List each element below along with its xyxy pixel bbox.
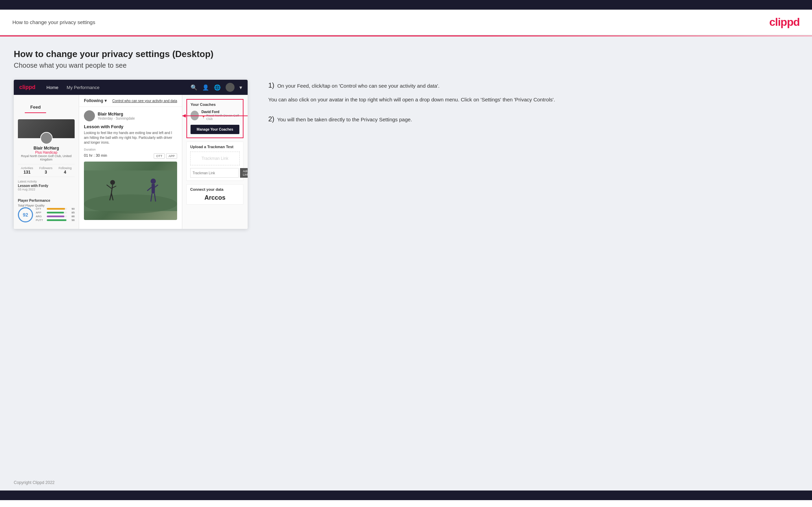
search-icon[interactable]: 🔍 xyxy=(191,84,197,91)
bar-putt: PUTT 96 xyxy=(36,219,75,222)
instruction-1-number: 1) xyxy=(268,81,274,89)
upload-section: Upload a Trackman Test Trackman Link Add… xyxy=(186,142,243,181)
main-content: How to change your privacy settings (Des… xyxy=(0,36,812,475)
coach-avatar xyxy=(191,111,199,120)
latest-activity-label: Latest Activity xyxy=(18,180,75,183)
coach-item: David Ford 📍 Royal North Devon Golf Club xyxy=(187,108,243,123)
profile-card: Blair McHarg Plus Handicap Royal North D… xyxy=(14,115,79,196)
activity-user-name: Blair McHarg xyxy=(98,112,135,117)
instruction-block-1: 1) On your Feed, click/tap on 'Control w… xyxy=(268,80,791,104)
followers-label: Followers xyxy=(39,166,53,170)
trackman-placeholder: Trackman Link xyxy=(195,156,235,161)
app-right-panel: Your Coaches David Ford 📍 Royal North De… xyxy=(182,95,248,229)
connect-section: Connect your data Arccos xyxy=(186,184,243,205)
feed-tab[interactable]: Feed xyxy=(25,102,46,113)
total-quality-label: Total Player Quality xyxy=(18,204,75,207)
bottom-bar xyxy=(0,491,812,500)
following-button[interactable]: Following ▾ xyxy=(84,98,107,103)
tag-app: APP xyxy=(166,153,177,159)
activity-user-meta: Yesterday · Sunningdale xyxy=(98,117,135,120)
instruction-2-text: 2) You will then be taken directly to th… xyxy=(268,113,791,124)
user-icon[interactable]: 👤 xyxy=(202,84,209,91)
tag-ott: OTT xyxy=(154,153,165,159)
control-privacy-link[interactable]: Control who can see your activity and da… xyxy=(112,99,177,103)
coach-name: David Ford xyxy=(202,110,239,114)
manage-coaches-button[interactable]: Manage Your Coaches xyxy=(191,125,239,134)
duration-value: 01 hr : 30 min xyxy=(84,153,107,157)
profile-avatar-wrap xyxy=(40,132,53,144)
chevron-down-icon: ▾ xyxy=(105,98,107,103)
app-screenshot: clippd Home My Performance 🔍 👤 🌐 ▾ Feed xyxy=(14,80,248,229)
svg-point-1 xyxy=(84,194,177,213)
profile-handicap: Plus Handicap xyxy=(18,151,75,154)
nav-item-performance[interactable]: My Performance xyxy=(67,85,99,90)
upload-title: Upload a Trackman Test xyxy=(190,145,240,149)
activity-user-avatar xyxy=(84,110,95,121)
feed-header: Following ▾ Control who can see your act… xyxy=(79,95,182,107)
app-nav-icons: 🔍 👤 🌐 ▾ xyxy=(191,83,242,92)
score-circle: 92 xyxy=(18,207,33,222)
globe-icon[interactable]: 🌐 xyxy=(214,84,221,91)
svg-point-2 xyxy=(110,180,115,185)
user-avatar[interactable] xyxy=(226,83,235,92)
activities-label: Activities xyxy=(21,166,33,170)
app-feed: Following ▾ Control who can see your act… xyxy=(79,95,182,229)
copyright-text: Copyright Clippd 2022 xyxy=(14,480,55,485)
activity-user: Blair McHarg Yesterday · Sunningdale xyxy=(84,110,177,121)
trackman-input[interactable] xyxy=(190,168,239,178)
player-performance-card: Player Performance Total Player Quality … xyxy=(14,199,79,222)
bar-arg: ARG 86 xyxy=(36,215,75,218)
connect-title: Connect your data xyxy=(190,187,240,191)
trackman-input-area: Trackman Link xyxy=(190,152,240,165)
activities-value: 131 xyxy=(21,170,33,175)
logo: clippd xyxy=(769,16,800,29)
activity-card: Blair McHarg Yesterday · Sunningdale Les… xyxy=(79,107,182,223)
svg-rect-9 xyxy=(152,184,155,194)
instruction-1-subtext: You can also click on your avatar in the… xyxy=(268,96,791,104)
app-nav-logo: clippd xyxy=(19,84,35,90)
following-value: 4 xyxy=(58,170,72,175)
content-layout: clippd Home My Performance 🔍 👤 🌐 ▾ Feed xyxy=(14,80,798,229)
page-subtitle: Choose what you want people to see xyxy=(14,62,798,69)
following-label: Following xyxy=(58,166,72,170)
latest-activity-name: Lesson with Fordy xyxy=(18,184,75,188)
top-bar xyxy=(0,0,812,10)
followers-value: 3 xyxy=(39,170,53,175)
bar-ott: OTT 90 xyxy=(36,207,75,210)
activity-description: Looking to feel like my hands are exitin… xyxy=(84,131,177,145)
activity-title: Lesson with Fordy xyxy=(84,124,177,129)
instruction-block-2: 2) You will then be taken directly to th… xyxy=(268,113,791,124)
profile-banner xyxy=(18,119,75,138)
app-nav: clippd Home My Performance 🔍 👤 🌐 ▾ xyxy=(14,80,248,95)
profile-avatar xyxy=(40,132,53,144)
instructions-panel: 1) On your Feed, click/tap on 'Control w… xyxy=(261,80,798,134)
app-body: Feed Blair McHarg Plus Handicap Royal No… xyxy=(14,95,248,229)
player-performance-title: Player Performance xyxy=(18,199,75,202)
profile-stats: Activities 131 Followers 3 Following 4 xyxy=(18,164,75,177)
profile-name: Blair McHarg xyxy=(18,146,75,151)
activity-tags: OTT APP xyxy=(154,153,177,159)
svg-point-8 xyxy=(151,179,156,184)
app-sidebar: Feed Blair McHarg Plus Handicap Royal No… xyxy=(14,95,79,229)
location-icon: 📍 xyxy=(202,115,205,119)
quality-bars: OTT 90 APP 85 ARG xyxy=(36,207,75,222)
nav-item-home[interactable]: Home xyxy=(46,85,58,90)
instruction-1-text: 1) On your Feed, click/tap on 'Control w… xyxy=(268,80,791,91)
coaches-section: Your Coaches David Ford 📍 Royal North De… xyxy=(186,99,243,138)
add-link-button[interactable]: Add Link xyxy=(240,168,248,178)
coaches-title: Your Coaches xyxy=(187,100,243,108)
footer: Copyright Clippd 2022 xyxy=(0,475,812,491)
chevron-down-icon[interactable]: ▾ xyxy=(239,84,242,91)
following-label: Following xyxy=(84,98,103,103)
page-title: How to change your privacy settings (Des… xyxy=(14,49,798,59)
latest-activity-date: 03 Aug 2022 xyxy=(18,188,75,191)
coach-club: 📍 Royal North Devon Golf Club xyxy=(202,114,239,121)
instruction-2-number: 2) xyxy=(268,115,274,123)
bar-app: APP 85 xyxy=(36,211,75,214)
header: How to change your privacy settings clip… xyxy=(0,10,812,35)
quality-section: 92 OTT 90 APP 85 xyxy=(18,207,75,222)
profile-club: Royal North Devon Golf Club, United King… xyxy=(18,154,75,161)
duration-label: Duration xyxy=(84,148,177,151)
arccos-logo: Arccos xyxy=(190,194,240,201)
activity-image xyxy=(84,162,177,220)
